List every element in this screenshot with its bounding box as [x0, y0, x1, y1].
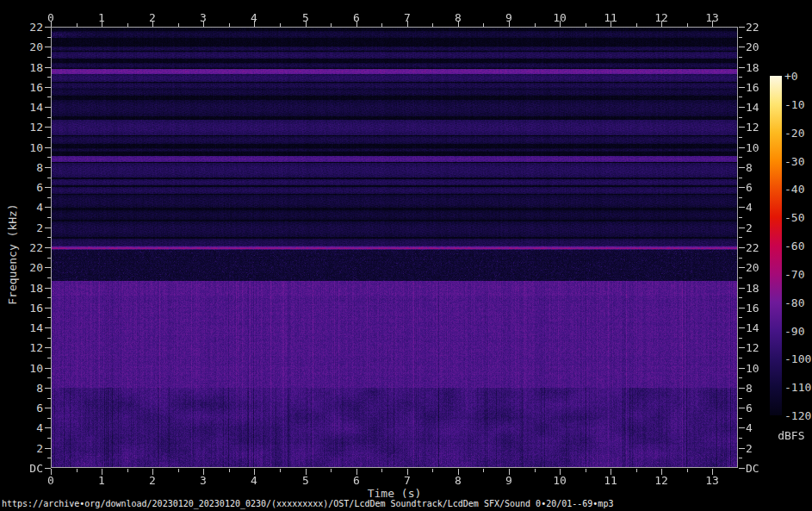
time-minor-tick	[636, 23, 637, 27]
time-tick-label: 11	[604, 12, 617, 23]
time-minor-tick	[229, 469, 230, 472]
source-url-text: https://archive•org/download/20230120_20…	[2, 498, 613, 509]
freq-minor-tick	[47, 237, 51, 238]
freq-major-tick	[45, 368, 51, 369]
time-tick-label: 8	[455, 12, 462, 23]
time-tick-label: 2	[149, 475, 156, 486]
time-minor-tick	[178, 23, 179, 27]
freq-major-tick	[45, 167, 51, 168]
freq-tick-label: 2	[746, 222, 753, 234]
time-tick-label: 7	[404, 475, 411, 486]
freq-major-tick	[739, 107, 745, 108]
freq-major-tick	[45, 288, 51, 289]
freq-minor-tick	[739, 137, 742, 138]
freq-tick-label: 14	[746, 102, 759, 113]
freq-tick-label: 8	[746, 162, 753, 173]
time-minor-tick	[127, 469, 128, 472]
freq-minor-tick	[739, 317, 742, 318]
freq-minor-tick	[47, 157, 51, 158]
freq-major-tick	[739, 308, 745, 308]
freq-major-tick	[739, 127, 745, 128]
freq-tick-label: 20	[17, 262, 43, 273]
freq-minor-tick	[47, 418, 51, 419]
colorbar-tick-label: -110	[784, 382, 811, 393]
time-tick-label: 13	[705, 12, 719, 23]
freq-tick-label: 12	[746, 122, 759, 133]
freq-tick-label: 6	[17, 182, 43, 193]
freq-tick-label: 20	[17, 41, 43, 53]
time-minor-tick	[331, 469, 332, 472]
freq-major-tick	[739, 408, 745, 408]
freq-minor-tick	[739, 458, 742, 458]
time-minor-tick	[280, 469, 281, 472]
freq-tick-label: 6	[746, 402, 753, 414]
freq-minor-tick	[47, 258, 51, 259]
freq-tick-label: 14	[17, 322, 43, 333]
freq-tick-label: 6	[17, 402, 43, 414]
time-tick-label: 7	[404, 12, 411, 23]
freq-minor-tick	[739, 398, 742, 399]
time-minor-tick	[280, 23, 281, 27]
freq-tick-label: 18	[746, 62, 759, 73]
freq-minor-tick	[47, 137, 51, 138]
freq-minor-tick	[47, 217, 51, 218]
freq-minor-tick	[739, 438, 742, 439]
colorbar-unit-label: dBFS	[778, 429, 804, 442]
freq-minor-tick	[739, 338, 742, 339]
freq-minor-tick	[47, 97, 51, 97]
freq-tick-label: 18	[746, 283, 759, 294]
freq-minor-tick	[47, 178, 51, 178]
freq-major-tick	[45, 27, 51, 28]
freq-tick-label: 18	[17, 283, 43, 294]
freq-tick-label: 8	[17, 162, 43, 173]
freq-major-tick	[45, 107, 51, 108]
time-tick-label: 4	[251, 12, 257, 23]
freq-tick-label: 20	[746, 41, 759, 53]
freq-tick-label: 16	[17, 82, 43, 93]
freq-major-tick	[45, 347, 51, 348]
time-minor-tick	[432, 23, 433, 27]
colorbar-tick-label: -100	[784, 353, 811, 365]
time-tick-label: 8	[455, 475, 462, 486]
freq-tick-label: 14	[17, 102, 43, 113]
freq-major-tick	[45, 147, 51, 148]
freq-minor-tick	[47, 77, 51, 78]
freq-major-tick	[739, 347, 745, 348]
time-minor-tick	[687, 23, 688, 27]
time-minor-tick	[381, 469, 382, 472]
time-tick-label: 6	[353, 12, 360, 23]
freq-major-tick	[45, 308, 51, 308]
freq-tick-label: 20	[746, 262, 759, 273]
time-tick-label: 11	[604, 475, 617, 486]
freq-tick-label: 2	[17, 443, 43, 454]
freq-major-tick	[45, 468, 51, 469]
time-tick-label: 3	[200, 475, 207, 486]
freq-minor-tick	[47, 57, 51, 58]
freq-major-tick	[45, 127, 51, 128]
colorbar-tick-label: -10	[784, 99, 804, 110]
freq-tick-label: 12	[17, 342, 43, 353]
freq-tick-label: DC	[17, 463, 43, 474]
colorbar-tick-label: -80	[784, 297, 804, 308]
freq-minor-tick	[739, 197, 742, 198]
time-minor-tick	[687, 469, 688, 472]
time-tick-label: 12	[654, 12, 668, 23]
freq-major-tick	[739, 27, 745, 28]
freq-minor-tick	[47, 458, 51, 458]
freq-major-tick	[45, 47, 51, 47]
freq-minor-tick	[739, 418, 742, 419]
time-minor-tick	[586, 469, 586, 472]
time-tick-label: 10	[553, 475, 567, 486]
freq-tick-label: 22	[746, 242, 759, 253]
time-minor-tick	[77, 23, 77, 27]
time-minor-tick	[432, 469, 433, 472]
freq-minor-tick	[739, 77, 742, 78]
time-tick-label: 9	[505, 475, 512, 486]
time-minor-tick	[483, 469, 484, 472]
freq-major-tick	[739, 247, 745, 248]
plot-border	[51, 27, 738, 468]
colorbar-tick-label: -50	[784, 212, 804, 223]
freq-tick-label: 10	[746, 142, 759, 153]
freq-major-tick	[739, 167, 745, 168]
y-axis-title: Frequency (kHz)	[6, 203, 19, 304]
